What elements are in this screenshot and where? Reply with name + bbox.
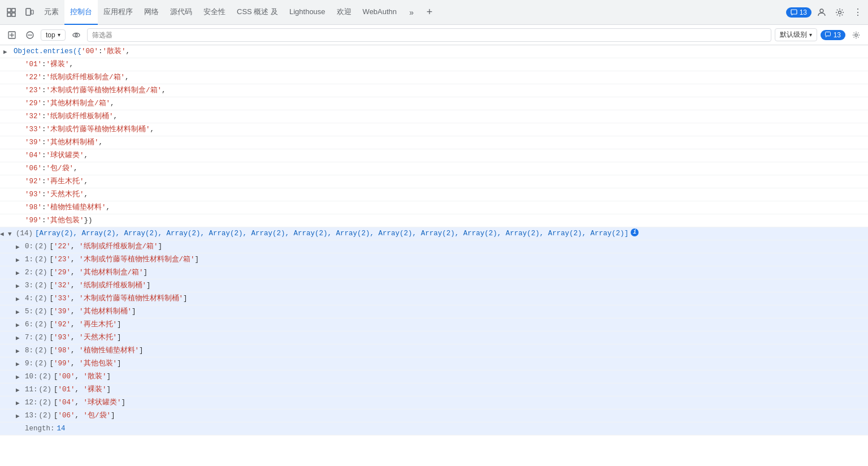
entry-32: '32': '纸制或纤维板制桶', — [0, 110, 868, 123]
svg-point-19 — [855, 33, 857, 36]
console-toolbar: top ▾ 默认级别 ▾ 13 — [0, 25, 868, 45]
console-settings-icon[interactable] — [849, 28, 863, 42]
svg-rect-17 — [825, 32, 830, 36]
entry-01: '01': '裸装', — [0, 58, 868, 71]
entry-22: '22': '纸制或纤维板制盒/箱', — [0, 71, 868, 84]
tab-console[interactable]: 控制台 — [64, 0, 98, 25]
tab-bar-left: 元素 控制台 应用程序 网络 源代码 安全性 CSS 概述 及 Lighthou… — [2, 0, 439, 25]
expand-item-0-arrow[interactable]: ▶ — [16, 242, 20, 252]
svg-point-9 — [839, 11, 841, 14]
tab-webauthn[interactable]: WebAuthn — [357, 0, 402, 25]
svg-rect-1 — [12, 8, 15, 12]
more-vert-icon[interactable]: ⋮ — [850, 5, 866, 20]
expand-item-4-arrow[interactable]: ▶ — [16, 294, 20, 304]
expand-item-9-arrow[interactable]: ▶ — [16, 359, 20, 369]
expand-item-3-arrow[interactable]: ▶ — [16, 281, 20, 291]
console-output: ▶ Object.entries({'00': '散装', '01': '裸装'… — [0, 45, 868, 466]
array-item-7: ▶ 7: (2) ['93', '天然木托'] — [0, 331, 868, 344]
expand-item-8-arrow[interactable]: ▶ — [16, 346, 20, 356]
array-item-9: ▶ 9: (2) ['99', '其他包装'] — [0, 357, 868, 370]
svg-rect-0 — [7, 8, 11, 12]
svg-rect-5 — [31, 10, 33, 14]
svg-rect-6 — [791, 10, 797, 14]
svg-line-18 — [826, 36, 826, 38]
tab-application[interactable]: 应用程序 — [98, 0, 138, 25]
array-item-3: ▶ 3: (2) ['32', '纸制或纤维板制桶'] — [0, 279, 868, 292]
expand-item-10-arrow[interactable]: ▶ — [16, 372, 20, 382]
eye-filter-button[interactable] — [69, 28, 84, 42]
entry-06: '06': '包/袋', — [0, 162, 868, 175]
expand-item-2-arrow[interactable]: ▶ — [16, 268, 20, 278]
entry-92: '92': '再生木托', — [0, 175, 868, 188]
save-log-button[interactable] — [5, 28, 19, 42]
tab-elements[interactable]: 元素 — [38, 0, 64, 25]
person-icon[interactable] — [814, 5, 830, 20]
tab-sources[interactable]: 源代码 — [164, 0, 198, 25]
tab-lighthouse[interactable]: Lighthouse — [284, 0, 331, 25]
tab-bar: 元素 控制台 应用程序 网络 源代码 安全性 CSS 概述 及 Lighthou… — [0, 0, 868, 25]
expand-item-6-arrow[interactable]: ▶ — [16, 320, 20, 330]
prev-output-arrow[interactable]: ◀ — [0, 229, 4, 239]
tab-welcome[interactable]: 欢迎 — [331, 0, 357, 25]
array-item-10: ▶ 10: (2) ['00', '散装'] — [0, 370, 868, 383]
inspect-icon[interactable] — [2, 3, 20, 21]
message-badge[interactable]: 13 — [786, 7, 811, 18]
svg-rect-4 — [26, 8, 31, 15]
array-summary-line: ◀ ▼ (14) [Array(2), Array(2), Array(2), … — [0, 227, 868, 240]
tab-security[interactable]: 安全性 — [198, 0, 231, 25]
array-item-4: ▶ 4: (2) ['33', '木制或竹藤等植物性材料制桶'] — [0, 292, 868, 305]
array-item-0: ▶ 0: (2) ['22', '纸制或纤维板制盒/箱'] — [0, 240, 868, 253]
level-selector[interactable]: 默认级别 ▾ — [775, 28, 817, 41]
array-item-8: ▶ 8: (2) ['98', '植物性铺垫材料'] — [0, 344, 868, 357]
tab-css[interactable]: CSS 概述 及 — [231, 0, 284, 25]
more-tabs-icon[interactable]: » — [402, 3, 420, 21]
entry-04: '04': '球状罐类', — [0, 149, 868, 162]
array-summary-text: [Array(2), Array(2), Array(2), Array(2),… — [35, 228, 628, 239]
context-selector[interactable]: top ▾ — [41, 29, 66, 41]
expand-item-5-arrow[interactable]: ▶ — [16, 307, 20, 317]
expand-item-1-arrow[interactable]: ▶ — [16, 255, 20, 265]
clear-console-button[interactable] — [23, 28, 37, 42]
entry-99: '99': '其他包装'}) — [0, 214, 868, 227]
array-item-6: ▶ 6: (2) ['92', '再生木托'] — [0, 318, 868, 331]
settings-icon[interactable] — [832, 5, 848, 20]
length-line: length: 14 — [0, 422, 868, 435]
array-item-12: ▶ 12: (2) ['04', '球状罐类'] — [0, 396, 868, 409]
svg-rect-3 — [12, 13, 15, 16]
object-entries-line: ▶ Object.entries({'00': '散装', — [0, 45, 868, 58]
array-item-2: ▶ 2: (2) ['29', '其他材料制盒/箱'] — [0, 266, 868, 279]
tab-bar-right: 13 ⋮ — [786, 5, 866, 20]
expand-item-11-arrow[interactable]: ▶ — [16, 385, 20, 395]
svg-rect-2 — [7, 13, 11, 16]
info-icon: i — [631, 228, 639, 236]
expand-object-arrow[interactable]: ▶ — [3, 47, 7, 57]
array-item-1: ▶ 1: (2) ['23', '木制或竹藤等植物性材料制盒/箱'] — [0, 253, 868, 266]
console-message-count[interactable]: 13 — [821, 30, 845, 40]
entry-39: '39': '其他材料制桶', — [0, 136, 868, 149]
filter-input[interactable] — [87, 28, 771, 42]
expand-item-7-arrow[interactable]: ▶ — [16, 333, 20, 343]
entry-93: '93': '天然木托', — [0, 188, 868, 201]
device-icon[interactable] — [20, 3, 38, 21]
expand-item-13-arrow[interactable]: ▶ — [16, 411, 20, 421]
array-item-5: ▶ 5: (2) ['39', '其他材料制桶'] — [0, 305, 868, 318]
expand-array-arrow[interactable]: ▼ — [8, 229, 12, 239]
array-item-11: ▶ 11: (2) ['01', '裸装'] — [0, 383, 868, 396]
expand-item-12-arrow[interactable]: ▶ — [16, 398, 20, 408]
svg-point-8 — [820, 9, 823, 12]
entry-98: '98': '植物性铺垫材料', — [0, 201, 868, 214]
tab-network[interactable]: 网络 — [138, 0, 164, 25]
svg-point-16 — [75, 34, 77, 36]
entry-23: '23': '木制或竹藤等植物性材料制盒/箱', — [0, 84, 868, 97]
add-tab-icon[interactable]: + — [420, 3, 439, 21]
entry-29: '29': '其他材料制盒/箱', — [0, 97, 868, 110]
entry-33: '33': '木制或竹藤等植物性材料制桶', — [0, 123, 868, 136]
array-item-13: ▶ 13: (2) ['06', '包/袋'] — [0, 409, 868, 422]
